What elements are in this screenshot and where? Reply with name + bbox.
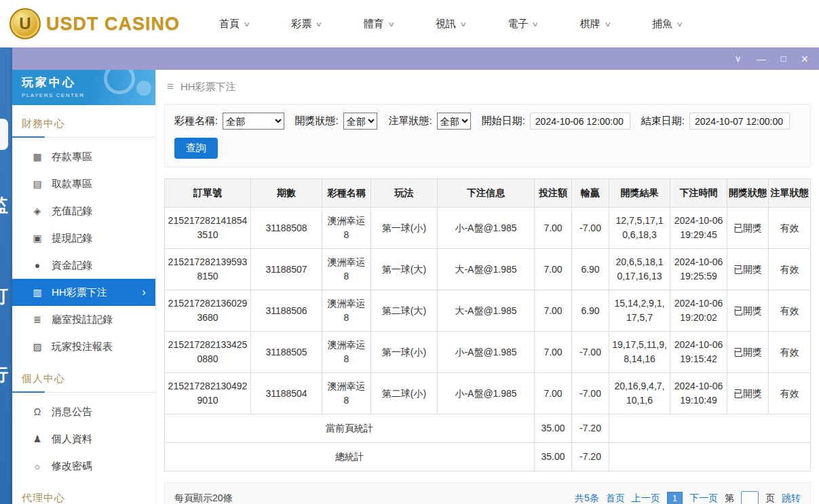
sidebar-item-withdraw[interactable]: ▤取款專區: [12, 170, 155, 197]
table-cell: 大-A盤@1.985: [438, 249, 535, 290]
top-menu-item[interactable]: 捕魚∨: [652, 18, 682, 31]
sidebar-section-items: Ω消息公告♟個人資料☼修改密碼: [12, 398, 155, 480]
table-column-header: 開獎結果: [609, 179, 670, 208]
current-page-button[interactable]: 1: [667, 492, 683, 504]
top-menu-item-label: 視訊: [436, 18, 456, 31]
table-header-row: 訂單號期數彩種名稱玩法下注信息投注額輸贏開獎結果下注時間開獎狀態注單狀態: [165, 179, 811, 208]
top-menu: 首頁∨彩票∨體育∨視訊∨電子∨棋牌∨捕魚∨: [219, 18, 682, 31]
chevron-down-icon: ∨: [604, 20, 611, 28]
window-collapse-icon[interactable]: ∨: [735, 54, 742, 63]
table-cell: 已開獎: [727, 373, 769, 414]
order-status-label: 注單狀態:: [388, 115, 432, 128]
gear-icon: ☼: [31, 461, 43, 471]
sidebar-item-change-password[interactable]: ☼修改密碼: [12, 452, 155, 480]
table-row: 215217282130492901031188504澳洲幸运8第二球(小)小-…: [165, 373, 811, 414]
table-column-header: 下注時間: [670, 179, 727, 208]
top-menu-item[interactable]: 視訊∨: [436, 18, 465, 31]
table-cell: 2024-10-06 19:15:42: [670, 332, 727, 373]
sidebar-item-player-bet-report[interactable]: ▨玩家投注報表: [12, 333, 155, 360]
funds-record-icon: ●: [31, 260, 43, 271]
table-summary-row: 總統計35.00-7.20: [165, 443, 811, 471]
table-cell: 第一球(小): [371, 208, 438, 249]
sidebar-item-profile[interactable]: ♟個人資料: [12, 425, 155, 452]
window-close-icon[interactable]: ×: [801, 53, 808, 65]
top-menu-item[interactable]: 彩票∨: [291, 18, 321, 31]
summary-label: 當前頁統計: [165, 414, 535, 443]
table-cell: 已開獎: [727, 208, 769, 249]
sidebar-item-announcements[interactable]: Ω消息公告: [12, 398, 155, 425]
table-cell: -7.00: [572, 332, 609, 373]
table-cell: 有效: [769, 332, 811, 373]
withdrawal-record-icon: ▣: [31, 233, 43, 244]
site-logo[interactable]: U USDT CASINO: [9, 8, 180, 39]
window-minimize-icon[interactable]: —: [757, 54, 766, 64]
sidebar-section-title: 個人中心: [12, 368, 155, 393]
table-column-header: 開獎狀態: [727, 179, 769, 208]
table-cell: 2024-10-06 19:29:45: [670, 208, 727, 249]
table-cell: 第二球(大): [371, 290, 438, 332]
table-cell: 20,6,5,18,10,17,16,13: [609, 249, 670, 290]
table-cell: 12,7,5,17,10,6,18,3: [609, 208, 670, 249]
sidebar-item-hall-bet-record[interactable]: ≣廳室投註記錄: [12, 306, 155, 333]
sidebar-item-label: 個人資料: [52, 433, 92, 446]
sidebar-item-withdrawal-record[interactable]: ▣提現記錄: [12, 225, 155, 252]
jump-button[interactable]: 跳转: [782, 492, 801, 504]
top-menu-item-label: 棋牌: [580, 18, 601, 31]
summary-win-total: -7.20: [572, 414, 609, 443]
table-cell: 有效: [769, 249, 811, 290]
end-date-input[interactable]: [689, 113, 790, 130]
table-cell: 已開獎: [727, 332, 769, 373]
chevron-down-icon: ∨: [243, 20, 250, 28]
main-content: ≡ HH彩票下注 彩種名稱: 全部 開獎狀態: 全部 注單狀態: 全部 開始日期…: [156, 70, 819, 504]
table-summary-row: 當前頁統計35.00-7.20: [165, 414, 811, 443]
top-menu-item[interactable]: 首頁∨: [219, 18, 249, 31]
query-button[interactable]: 查詢: [174, 138, 218, 159]
table-cell: 已開獎: [727, 290, 769, 332]
first-page-link[interactable]: 首页: [606, 492, 625, 504]
draw-status-label: 開獎狀態:: [295, 115, 339, 128]
table-row: 215217282139593815031188507澳洲幸运8第一球(大)大-…: [165, 249, 811, 290]
deposit-icon: ▦: [31, 151, 43, 162]
bell-icon: Ω: [31, 406, 43, 417]
backdrop-text-fragment: 可: [0, 285, 8, 309]
sidebar-item-label: 資金記錄: [52, 259, 92, 272]
table-cell: 有效: [769, 208, 811, 249]
sidebar-item-label: 充值記錄: [52, 205, 92, 218]
sidebar-item-label: 提現記錄: [52, 232, 92, 245]
top-menu-item[interactable]: 電子∨: [508, 18, 537, 31]
summary-win-total: -7.20: [572, 443, 609, 471]
table-cell: 第二球(小): [371, 373, 438, 414]
sidebar-item-label: 取款專區: [52, 178, 92, 191]
background-decoration: [0, 119, 8, 150]
table-cell: 有效: [769, 373, 811, 414]
table-cell: 15,14,2,9,1,17,5,7: [609, 290, 670, 332]
sidebar-item-hh-lottery-bet[interactable]: ▥HH彩票下注›: [12, 279, 155, 306]
filter-panel: 彩種名稱: 全部 開獎狀態: 全部 注單狀態: 全部 開始日期: 結束日期: 查…: [164, 104, 811, 168]
table-cell: 小-A盤@1.985: [438, 373, 535, 414]
hamburger-menu-icon[interactable]: ≡: [167, 80, 174, 94]
top-menu-item[interactable]: 體育∨: [364, 18, 394, 31]
page-jump-input[interactable]: [741, 491, 759, 504]
prev-page-link[interactable]: 上一页: [632, 492, 660, 504]
next-page-link[interactable]: 下一页: [689, 492, 718, 504]
sidebar-item-recharge-record[interactable]: ◈充值記錄: [12, 197, 155, 225]
draw-status-select[interactable]: 全部: [343, 113, 378, 130]
table-cell: 7.00: [535, 208, 572, 249]
sidebar-section-title: 代理中心: [12, 488, 155, 504]
lottery-name-select[interactable]: 全部: [223, 113, 284, 130]
table-cell: 2152172821418543510: [165, 208, 251, 249]
window-titlebar: ∨—□×: [12, 47, 819, 70]
order-status-select[interactable]: 全部: [437, 113, 471, 130]
top-navigation-bar: U USDT CASINO 首頁∨彩票∨體育∨視訊∨電子∨棋牌∨捕魚∨: [0, 0, 819, 47]
person-icon: ♟: [31, 433, 43, 444]
table-row: 215217282133425088031188505澳洲幸运8第一球(小)小-…: [165, 332, 811, 373]
start-date-input[interactable]: [530, 113, 630, 130]
recharge-record-icon: ◈: [31, 206, 43, 216]
window-maximize-icon[interactable]: □: [781, 54, 786, 63]
table-cell: 6.90: [572, 249, 609, 290]
sidebar-item-funds-record[interactable]: ●資金記錄: [12, 252, 155, 279]
sidebar-item-deposit[interactable]: ▦存款專區: [12, 143, 155, 170]
sidebar-subtitle: PLAYERS CENTER: [22, 92, 155, 98]
table-column-header: 訂單號: [165, 179, 251, 208]
top-menu-item[interactable]: 棋牌∨: [580, 18, 610, 31]
